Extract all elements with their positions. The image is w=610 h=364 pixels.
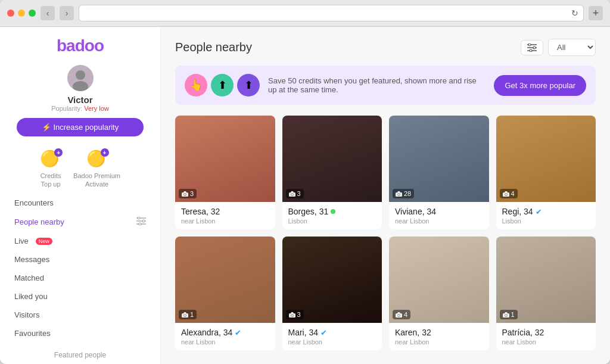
profile-photo: 3 [282, 237, 382, 323]
featured-section: Featured people + [0, 345, 160, 364]
all-filter-select[interactable]: All Online New [548, 39, 596, 56]
profile-info: Karen, 32 near Lisbon [389, 323, 489, 350]
online-indicator [331, 209, 335, 214]
promo-icons: 👆 ⬆ ⬆ [185, 74, 260, 97]
maximize-button[interactable] [29, 10, 36, 17]
badoo-premium[interactable]: 🟡 + Badoo Premium Activate [73, 150, 120, 188]
profiles-grid: 3 Teresa, 32 near Lisbon 3 B [175, 116, 596, 350]
profile-name-row: Borges, 31 [288, 207, 376, 216]
profile-name: Karen, 32 [395, 328, 431, 337]
photo-count: 4 [393, 310, 410, 319]
photo-count: 3 [179, 189, 197, 198]
svg-point-1 [76, 70, 85, 80]
credits-row: 🟡 + Credits Top up 🟡 + Badoo Premium Act… [0, 144, 160, 191]
sidebar-item-favourites[interactable]: Favourites [0, 324, 160, 343]
svg-rect-52 [505, 312, 507, 314]
svg-rect-31 [184, 191, 186, 193]
svg-rect-46 [291, 312, 293, 314]
profile-card[interactable]: 1 Alexandra, 34 ✔ near Lisbon [175, 237, 275, 350]
profile-card[interactable]: 3 Borges, 31 Lisbon [282, 116, 382, 229]
profile-card[interactable]: 28 Viviane, 34 near Lisbon [389, 116, 489, 229]
traffic-lights [7, 10, 36, 17]
profile-card[interactable]: 1 Patrícia, 32 near Lisbon [496, 237, 596, 350]
photo-count: 1 [179, 310, 197, 319]
promo-icon-heart: 👆 [185, 74, 207, 97]
increase-popularity-button[interactable]: ⚡ Increase popularity [17, 118, 144, 136]
reload-icon[interactable]: ↻ [571, 8, 578, 18]
verified-icon: ✔ [320, 328, 327, 337]
profile-info: Regi, 34 ✔ Lisbon [496, 202, 596, 229]
main-content: People nearby All [161, 27, 610, 364]
sidebar-item-live[interactable]: LiveNew [0, 232, 160, 250]
promo-cta-button[interactable]: Get 3x more popular [494, 75, 586, 96]
profile-location: near Lisbon [181, 217, 269, 225]
credits-icon: 🟡 + [40, 150, 61, 171]
profile-card[interactable]: 3 Teresa, 32 near Lisbon [175, 116, 275, 229]
svg-rect-40 [505, 191, 507, 193]
profile-name-row: Viviane, 34 [395, 207, 483, 216]
logo: badoo [57, 36, 104, 55]
browser-window: ‹ › ↻ + badoo Victor Po [0, 0, 610, 364]
svg-rect-49 [398, 312, 400, 314]
new-tab-button[interactable]: + [589, 6, 603, 20]
address-bar[interactable]: ↻ [79, 5, 584, 21]
svg-point-29 [530, 49, 532, 52]
sidebar-item-matched[interactable]: Matched [0, 269, 160, 287]
profile-name: Viviane, 34 [395, 207, 436, 216]
photo-count: 1 [500, 310, 518, 319]
profile-location: Lisbon [502, 217, 590, 225]
svg-rect-43 [184, 312, 186, 314]
user-popularity: Popularity: Very low [51, 105, 109, 112]
profile-info: Alexandra, 34 ✔ near Lisbon [175, 323, 275, 350]
premium-icon: 🟡 + [86, 150, 108, 171]
profile-name: Borges, 31 [288, 207, 329, 216]
minimize-button[interactable] [18, 10, 25, 17]
page-title: People nearby [175, 41, 252, 54]
featured-title: Featured people [10, 351, 151, 359]
sidebar-item-people-nearby[interactable]: People nearby [0, 212, 160, 232]
svg-point-27 [528, 43, 531, 46]
profile-info: Viviane, 34 near Lisbon [389, 202, 489, 229]
sidebar-item-encounters[interactable]: Encounters [0, 194, 160, 212]
sidebar: badoo Victor Popularity: Very low ⚡ Incr… [0, 27, 161, 364]
svg-point-8 [139, 223, 141, 225]
profile-location: near Lisbon [288, 338, 376, 346]
sidebar-item-liked-you[interactable]: Liked you [0, 287, 160, 306]
photo-count: 4 [500, 189, 518, 198]
profile-card[interactable]: 3 Mari, 34 ✔ near Lisbon [282, 237, 382, 350]
profile-card[interactable]: 4 Regi, 34 ✔ Lisbon [496, 116, 596, 229]
profile-info: Mari, 34 ✔ near Lisbon [282, 323, 382, 350]
profile-location: near Lisbon [395, 217, 483, 225]
photo-count: 3 [286, 189, 304, 198]
svg-point-6 [138, 217, 140, 219]
profile-photo: 4 [496, 116, 596, 202]
sidebar-item-messages[interactable]: Messages [0, 250, 160, 269]
header-controls: All Online New [521, 39, 596, 56]
profile-name-row: Mari, 34 ✔ [288, 328, 376, 337]
sidebar-item-visitors[interactable]: Visitors [0, 306, 160, 324]
credits-topup[interactable]: 🟡 + Credits Top up [40, 150, 61, 188]
profile-name: Mari, 34 [288, 328, 319, 337]
browser-chrome: ‹ › ↻ + [0, 0, 610, 27]
verified-icon: ✔ [235, 328, 241, 337]
user-name: Victor [67, 95, 92, 105]
forward-button[interactable]: › [60, 6, 74, 20]
back-button[interactable]: ‹ [41, 6, 55, 20]
avatar[interactable] [67, 65, 94, 91]
profile-photo: 4 [389, 237, 489, 323]
profile-photo: 3 [282, 116, 382, 202]
page-header: People nearby All [175, 39, 596, 56]
verified-icon: ✔ [536, 207, 542, 216]
profile-name-row: Karen, 32 [395, 328, 483, 337]
profile-photo: 3 [175, 116, 275, 202]
filter-button[interactable] [521, 40, 543, 55]
photo-count: 28 [393, 189, 414, 198]
profile-name-row: Alexandra, 34 ✔ [181, 328, 269, 337]
svg-point-28 [533, 46, 536, 49]
profile-card[interactable]: 4 Karen, 32 near Lisbon [389, 237, 489, 350]
profile-photo: 1 [175, 237, 275, 323]
close-button[interactable] [7, 10, 14, 17]
profile-name: Regi, 34 [502, 207, 533, 216]
profile-location: near Lisbon [181, 338, 269, 346]
sidebar-nav: EncountersPeople nearbyLiveNewMessagesMa… [0, 191, 160, 345]
